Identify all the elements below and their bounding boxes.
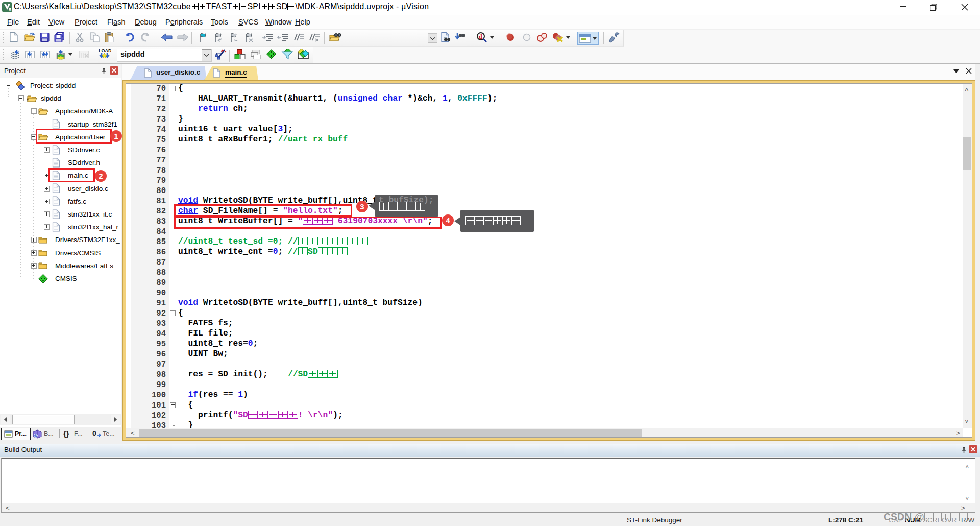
svg-text:5: 5 bbox=[9, 7, 11, 12]
svg-text:?: ? bbox=[35, 434, 37, 438]
svg-text:LOAD: LOAD bbox=[99, 48, 111, 53]
svg-text:d: d bbox=[479, 32, 483, 40]
